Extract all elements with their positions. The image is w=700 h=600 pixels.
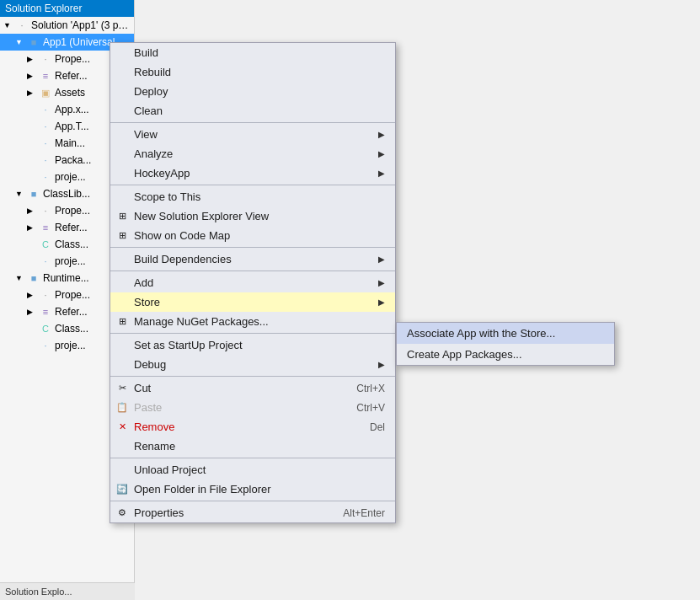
tree-arrow-cl_props[interactable]: ▶	[27, 206, 37, 215]
gear-icon: ·	[39, 52, 52, 66]
store-submenu[interactable]: Associate App with the Store...Create Ap…	[396, 322, 615, 366]
debug-label: Debug	[134, 358, 166, 371]
tree-arrow-runtime[interactable]: ▼	[15, 274, 25, 282]
solution-icon: ·	[15, 19, 29, 32]
add-label: Add	[134, 276, 153, 289]
separator-after-rename	[110, 458, 395, 458]
ref-icon: ≡	[39, 305, 52, 319]
tree-arrow-rt_props[interactable]: ▶	[27, 291, 37, 299]
menu-item-open_folder[interactable]: 🔄Open Folder in File Explorer	[110, 479, 395, 499]
create_packages-label: Create App Packages...	[407, 348, 522, 361]
menu-item-store[interactable]: Store▶	[110, 292, 395, 312]
tree-arrow-assets[interactable]: ▶	[27, 88, 37, 97]
tree-label-rt_class: Class...	[55, 323, 88, 335]
properties-shortcut: Alt+Enter	[343, 507, 385, 519]
tree-label-package: Packa...	[55, 154, 91, 166]
menu-item-hockeyapp[interactable]: HockeyApp▶	[110, 163, 395, 183]
tree-arrow-rt_refs[interactable]: ▶	[27, 308, 37, 316]
menu-item-build[interactable]: Build	[110, 43, 395, 62]
store-submenu-item-create_packages[interactable]: Create App Packages...	[397, 344, 614, 365]
new_solution_explorer-icon: ⊞	[115, 210, 129, 223]
class-icon: C	[39, 238, 52, 251]
remove-label: Remove	[134, 421, 174, 433]
menu-item-rename[interactable]: Rename	[110, 437, 395, 456]
deploy-label: Deploy	[134, 85, 168, 98]
rename-label: Rename	[134, 440, 175, 453]
tree-arrow-properties[interactable]: ▶	[27, 55, 37, 63]
tree-item-solution[interactable]: ▼·Solution 'App1' (3 projects)	[0, 17, 134, 34]
cut-shortcut: Ctrl+X	[356, 383, 385, 394]
cut-icon: ✂	[115, 382, 129, 395]
store-submenu-item-associate_app[interactable]: Associate App with the Store...	[397, 323, 614, 344]
class-icon: C	[39, 322, 52, 335]
folder-icon: ▣	[39, 86, 52, 99]
file-icon: ·	[39, 254, 52, 268]
separator-after-manage_nuget	[110, 333, 395, 334]
rebuild-label: Rebuild	[134, 66, 171, 78]
menu-item-unload_project[interactable]: Unload Project	[110, 460, 395, 479]
tree-label-rt_proj: proje...	[55, 340, 86, 351]
tree-label-rt_refs: Refer...	[55, 306, 88, 318]
tree-arrow-references[interactable]: ▶	[27, 72, 37, 80]
view-label: View	[134, 128, 158, 141]
remove-shortcut: Del	[370, 421, 385, 433]
context-menu[interactable]: BuildRebuildDeployCleanView▶Analyze▶Hock…	[110, 42, 396, 523]
project-icon: ■	[27, 187, 40, 201]
menu-item-remove[interactable]: ✕RemoveDel	[110, 417, 395, 437]
separator-after-build_dependencies	[110, 271, 395, 271]
file-icon: ·	[39, 103, 52, 116]
file-icon: ·	[39, 120, 52, 133]
tree-label-properties: Prope...	[55, 53, 90, 65]
tree-arrow-app1[interactable]: ▼	[15, 38, 25, 46]
menu-item-analyze[interactable]: Analyze▶	[110, 144, 395, 163]
menu-item-properties[interactable]: ⚙PropertiesAlt+Enter	[110, 503, 395, 522]
menu-item-manage_nuget[interactable]: ⊞Manage NuGet Packages...	[110, 312, 395, 331]
build_dependencies-submenu-arrow: ▶	[378, 254, 385, 264]
menu-item-scope_to_this[interactable]: Scope to This	[110, 187, 395, 206]
menu-item-view[interactable]: View▶	[110, 125, 395, 144]
debug-submenu-arrow: ▶	[378, 360, 385, 369]
menu-item-rebuild[interactable]: Rebuild	[110, 62, 395, 82]
show_code_map-icon: ⊞	[115, 229, 129, 243]
tree-arrow-solution[interactable]: ▼	[3, 21, 13, 29]
menu-item-deploy[interactable]: Deploy	[110, 82, 395, 101]
tree-arrow-cl_refs[interactable]: ▶	[27, 223, 37, 232]
separator-after-show_code_map	[110, 247, 395, 248]
menu-item-debug[interactable]: Debug▶	[110, 355, 395, 374]
tree-label-references: Refer...	[55, 70, 88, 82]
tree-label-main: Main...	[55, 137, 85, 149]
file-icon: ·	[39, 153, 52, 167]
tree-label-runtime: Runtime...	[43, 272, 89, 284]
tree-arrow-classlib[interactable]: ▼	[15, 190, 25, 198]
menu-item-build_dependencies[interactable]: Build Dependencies▶	[110, 249, 395, 269]
separator-after-open_folder	[110, 501, 395, 501]
separator-after-debug	[110, 376, 395, 377]
tree-label-cl_class: Class...	[55, 238, 88, 250]
cut-label: Cut	[134, 382, 151, 394]
file-icon: ·	[39, 170, 52, 184]
show_code_map-label: Show on Code Map	[134, 229, 230, 242]
paste-icon: 📋	[115, 401, 129, 415]
associate_app-label: Associate App with the Store...	[407, 327, 555, 340]
manage_nuget-label: Manage NuGet Packages...	[134, 315, 269, 328]
project-icon: ■	[27, 271, 40, 285]
menu-item-clean[interactable]: Clean	[110, 101, 395, 121]
menu-item-add[interactable]: Add▶	[110, 273, 395, 292]
new_solution_explorer-label: New Solution Explorer View	[134, 210, 269, 222]
store-label: Store	[134, 296, 160, 308]
tree-label-cl_props: Prope...	[55, 205, 90, 217]
properties-label: Properties	[134, 506, 184, 519]
build_dependencies-label: Build Dependencies	[134, 253, 232, 265]
file-icon: ·	[39, 339, 52, 352]
menu-item-show_code_map[interactable]: ⊞Show on Code Map	[110, 226, 395, 245]
remove-icon: ✕	[115, 421, 129, 434]
tree-label-classlib: ClassLib...	[43, 188, 90, 200]
file-icon: ·	[39, 137, 52, 150]
menu-item-set_startup[interactable]: Set as StartUp Project	[110, 335, 395, 355]
menu-item-new_solution_explorer[interactable]: ⊞New Solution Explorer View	[110, 206, 395, 226]
menu-item-paste[interactable]: 📋PasteCtrl+V	[110, 398, 395, 417]
menu-item-cut[interactable]: ✂CutCtrl+X	[110, 378, 395, 398]
hockeyapp-submenu-arrow: ▶	[378, 169, 385, 178]
open_folder-label: Open Folder in File Explorer	[134, 483, 271, 496]
analyze-submenu-arrow: ▶	[378, 149, 385, 158]
